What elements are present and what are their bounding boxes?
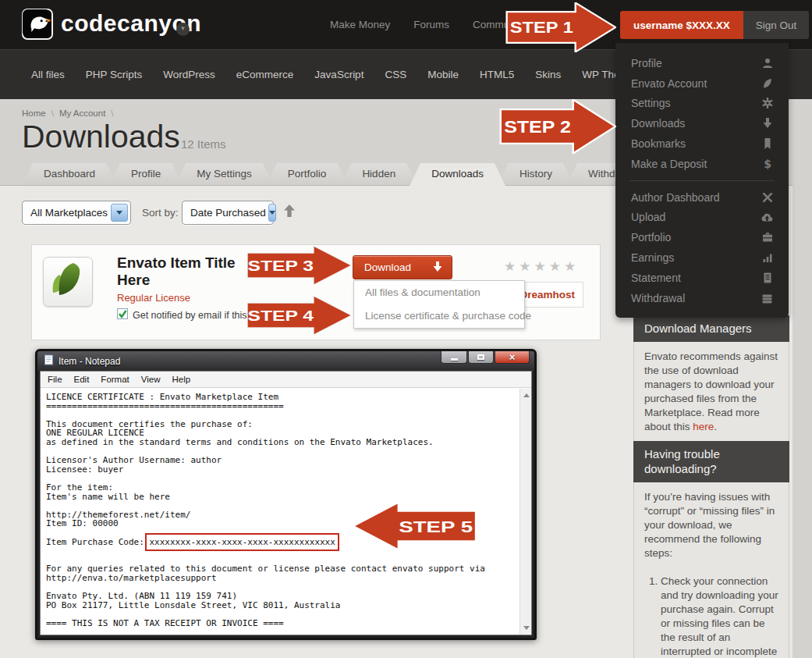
leaf-icon (761, 78, 773, 89)
breadcrumb-separator: \ (51, 108, 54, 118)
codecanyon-downloads-page: codecanyon ▼ Make Money Forums Community… (0, 0, 812, 658)
menu-item-make-a-deposit[interactable]: Make a Deposit$ (615, 154, 789, 174)
briefcase-icon (761, 232, 773, 243)
menu-view[interactable]: View (141, 375, 161, 384)
svg-text:$: $ (764, 158, 771, 169)
maximize-button[interactable] (468, 351, 494, 364)
subnav-javascript[interactable]: JavaScript (314, 69, 363, 80)
menu-help[interactable]: Help (172, 375, 191, 384)
subnav-php-scripts[interactable]: PHP Scripts (86, 69, 143, 80)
scroll-down-icon (523, 626, 530, 630)
window-title: Item - Notepad (59, 356, 120, 367)
step-3-arrow: STEP 3 (246, 245, 353, 286)
menu-item-portfolio[interactable]: Portfolio (615, 227, 789, 247)
notepad-titlebar[interactable]: Item - Notepad × (37, 351, 534, 371)
tab-history[interactable]: History (498, 163, 574, 185)
menu-item-statement[interactable]: Statement (615, 268, 789, 288)
menu-item-earnings[interactable]: Earnings (615, 247, 789, 268)
chevron-down-icon (268, 204, 276, 222)
rating-stars[interactable]: ★★★★★ (504, 258, 579, 275)
cloud-upload-icon (761, 212, 773, 222)
notify-row: Get notified by email if this iter (117, 308, 263, 322)
tab-hidden[interactable]: Hidden (340, 163, 417, 185)
dreamhost-link[interactable]: Dreamhost (519, 289, 575, 301)
download-options-menu: All files & documentation License certif… (353, 280, 525, 329)
download-managers-box: Download Managers Envato recommends agai… (633, 315, 789, 445)
header-nav: Make Money Forums Community (330, 0, 526, 49)
tab-dashboard[interactable]: Dashboard (22, 163, 117, 185)
menu-file[interactable]: File (48, 375, 62, 384)
subnav-wordpress[interactable]: WordPress (163, 69, 215, 80)
gear-icon (761, 98, 773, 108)
step-2-arrow: STEP 2 (499, 99, 616, 154)
download-arrow-icon (433, 261, 442, 274)
option-all-files[interactable]: All files & documentation (354, 281, 524, 304)
download-button[interactable]: Download (353, 255, 452, 279)
tab-my-settings[interactable]: My Settings (175, 163, 274, 185)
breadcrumb-separator: \ (111, 108, 113, 118)
subnav-all-files[interactable]: All files (31, 69, 65, 80)
window-controls: × (441, 351, 530, 364)
brand-caret-icon[interactable]: ▼ (176, 23, 190, 36)
trouble-steps-list: Check your connection and try downloadin… (644, 574, 778, 658)
item-title-link[interactable]: Envato Item Title Here (117, 254, 250, 289)
marketplace-select[interactable]: All Marketplaces (22, 201, 131, 225)
step-4-arrow: STEP 4 (246, 295, 353, 336)
chevron-down-icon (111, 204, 128, 222)
step-1-arrow: STEP 1 (505, 2, 616, 52)
svg-text:STEP 2: STEP 2 (504, 116, 571, 137)
trouble-step-1: Check your connection and try downloadin… (661, 574, 778, 658)
step-5-arrow: STEP 5 (353, 502, 477, 550)
menu-format[interactable]: Format (101, 375, 129, 384)
download-managers-text: Envato recommends against the use of dow… (633, 342, 789, 445)
bookmark-icon (761, 138, 773, 149)
here-link[interactable]: here (693, 421, 714, 432)
trouble-downloading-box: Having trouble downloading? If you’re ha… (633, 441, 789, 658)
menu-item-upload[interactable]: Upload (615, 208, 789, 228)
menu-item-author-dashboard[interactable]: Author Dashboard (615, 187, 789, 208)
minimize-button[interactable] (441, 351, 467, 364)
subnav-html5[interactable]: HTML5 (480, 69, 514, 80)
sort-direction-button[interactable] (284, 205, 295, 220)
subnav-ecommerce[interactable]: eCommerce (236, 69, 294, 80)
user-icon (761, 58, 773, 69)
breadcrumb: Home\My Account\ (22, 108, 119, 118)
breadcrumb-my-account[interactable]: My Account (59, 108, 105, 118)
nav-make-money[interactable]: Make Money (330, 19, 390, 30)
subnav-skins[interactable]: Skins (535, 69, 561, 80)
close-button[interactable]: × (495, 351, 530, 364)
license-link[interactable]: Regular License (117, 292, 190, 304)
account-buttons: username $XXX.XX Sign Out (620, 11, 809, 39)
trouble-text: If you’re having issues with “corrupt” o… (633, 482, 789, 658)
item-thumbnail[interactable] (43, 257, 93, 307)
menu-item-bookmarks[interactable]: Bookmarks (615, 133, 789, 154)
menu-item-profile[interactable]: Profile (615, 53, 789, 73)
notify-checkbox[interactable] (117, 308, 128, 322)
menu-item-withdrawal[interactable]: Withdrawal (615, 288, 789, 308)
subnav-css[interactable]: CSS (385, 69, 406, 80)
codecanyon-bird-icon[interactable] (22, 9, 53, 40)
nav-forums[interactable]: Forums (413, 19, 449, 30)
notepad-scrollbar[interactable] (519, 389, 531, 635)
tab-portfolio[interactable]: Portfolio (266, 163, 349, 185)
menu-divider (629, 180, 775, 181)
sign-out-button[interactable]: Sign Out (743, 11, 810, 39)
option-license-certificate[interactable]: License certificate & purchase code (354, 304, 524, 328)
download-icon (761, 118, 773, 129)
sort-by-label: Sort by: (142, 207, 179, 219)
page-title: Downloads (22, 119, 180, 155)
items-count: 12 Items (181, 137, 226, 151)
subnav-mobile[interactable]: Mobile (427, 69, 459, 80)
menu-edit[interactable]: Edit (74, 375, 90, 384)
tab-profile[interactable]: Profile (109, 163, 183, 185)
username-balance-button[interactable]: username $XXX.XX (620, 11, 743, 39)
menu-item-downloads[interactable]: Downloads (615, 113, 789, 133)
notepad-file-icon (44, 354, 54, 368)
breadcrumb-home[interactable]: Home (22, 108, 46, 118)
sort-select[interactable]: Date Purchased (182, 201, 274, 225)
menu-item-envato-account[interactable]: Envato Account (615, 73, 789, 94)
notepad-window: Item - Notepad × File Edit Format View H… (35, 349, 537, 640)
download-managers-title: Download Managers (633, 315, 789, 342)
menu-item-settings[interactable]: Settings (615, 94, 789, 114)
tab-downloads[interactable]: Downloads (410, 163, 505, 186)
